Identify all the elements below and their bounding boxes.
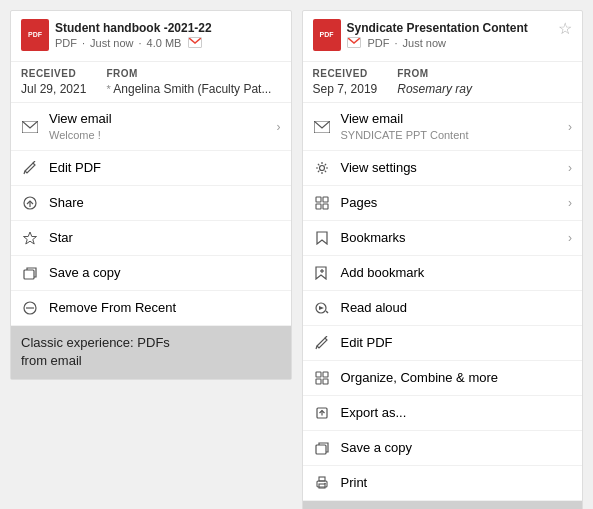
right-menu: View emailSYNDICATE PPT Content›View set… <box>303 103 583 501</box>
menu-item-text: Save a copy <box>341 440 573 457</box>
menu-item-icon <box>21 159 39 177</box>
menu-item-icon <box>313 439 331 457</box>
menu-item-sublabel: SYNDICATE PPT Content <box>341 128 559 142</box>
menu-item-icon <box>21 299 39 317</box>
menu-item-text: View settings <box>341 160 559 177</box>
left-file-title-row: PDF Student handbook -2021-22 PDF · Just… <box>21 19 281 51</box>
svg-line-21 <box>316 346 317 349</box>
menu-item-label: Edit PDF <box>341 335 393 350</box>
svg-rect-13 <box>316 197 321 202</box>
svg-line-3 <box>33 161 35 163</box>
menu-item-label: Share <box>49 195 84 210</box>
left-received-block: RECEIVED Jul 29, 2021 <box>21 68 86 96</box>
from-label-right: FROM <box>397 68 472 79</box>
chevron-right-icon: › <box>568 120 572 134</box>
star-button-right[interactable]: ☆ <box>558 19 572 38</box>
menu-item-text: Edit PDF <box>49 160 281 177</box>
menu-item-text: Print <box>341 475 573 492</box>
menu-item-text: Bookmarks <box>341 230 559 247</box>
chevron-right-icon: › <box>568 196 572 210</box>
menu-item-icon <box>313 334 331 352</box>
received-date-left: Jul 29, 2021 <box>21 82 86 96</box>
right-header: PDF Syndicate Presentation Content PDF · <box>303 11 583 62</box>
svg-rect-31 <box>319 477 325 481</box>
menu-item-label: Organize, Combine & more <box>341 370 499 385</box>
menu-item[interactable]: Edit PDF <box>303 326 583 361</box>
menu-item-label: Edit PDF <box>49 160 101 175</box>
menu-item-text: Pages <box>341 195 559 212</box>
menu-item-label: Save a copy <box>341 440 413 455</box>
gmail-icon-left <box>188 37 202 48</box>
menu-item-text: Remove From Recent <box>49 300 281 317</box>
menu-item-icon <box>21 229 39 247</box>
received-label-left: RECEIVED <box>21 68 86 79</box>
right-from-block: FROM Rosemary ray <box>397 68 472 96</box>
menu-item-text: View emailWelcome ! <box>49 111 267 142</box>
chevron-right-icon: › <box>568 161 572 175</box>
menu-item-icon <box>313 229 331 247</box>
menu-item-icon <box>21 264 39 282</box>
menu-item-icon <box>313 159 331 177</box>
menu-item[interactable]: View emailWelcome !› <box>11 103 291 151</box>
menu-item[interactable]: Read aloud <box>303 291 583 326</box>
menu-item-icon <box>21 118 39 136</box>
menu-item[interactable]: Pages› <box>303 186 583 221</box>
svg-rect-14 <box>323 197 328 202</box>
menu-item-label: Add bookmark <box>341 265 425 280</box>
menu-item[interactable]: Remove From Recent <box>11 291 291 326</box>
menu-item-label: Pages <box>341 195 378 210</box>
menu-item-icon <box>313 118 331 136</box>
menu-item-label: View email <box>341 111 404 126</box>
menu-item[interactable]: Export as... <box>303 396 583 431</box>
svg-rect-7 <box>24 270 34 279</box>
menu-item-icon <box>313 474 331 492</box>
menu-item[interactable]: Organize, Combine & more <box>303 361 583 396</box>
right-file-title: Syndicate Presentation Content <box>347 21 528 37</box>
menu-item[interactable]: View settings› <box>303 151 583 186</box>
menu-item-icon <box>313 369 331 387</box>
from-name-right: Rosemary ray <box>397 82 472 96</box>
menu-item[interactable]: Edit PDF <box>11 151 291 186</box>
menu-item-text: Share <box>49 195 281 212</box>
svg-rect-26 <box>323 379 328 384</box>
menu-item[interactable]: Add bookmark <box>303 256 583 291</box>
svg-point-33 <box>324 483 326 485</box>
svg-rect-23 <box>316 372 321 377</box>
from-name-left: * Angelina Smith (Faculty Pat... <box>106 82 271 96</box>
svg-point-12 <box>319 166 324 171</box>
menu-item-icon <box>313 194 331 212</box>
menu-item[interactable]: View emailSYNDICATE PPT Content› <box>303 103 583 151</box>
right-file-info: Syndicate Presentation Content PDF · Jus… <box>347 21 528 49</box>
menu-item-text: View emailSYNDICATE PPT Content <box>341 111 559 142</box>
menu-item[interactable]: Save a copy <box>11 256 291 291</box>
received-label-right: RECEIVED <box>313 68 378 79</box>
right-caption: New experience: PDFs from email <box>303 501 583 509</box>
menu-item-text: Read aloud <box>341 300 573 317</box>
left-file-info: Student handbook -2021-22 PDF · Just now… <box>55 21 281 49</box>
menu-item-text: Add bookmark <box>341 265 573 282</box>
right-file-type: PDF <box>368 37 390 49</box>
menu-item-text: Organize, Combine & more <box>341 370 573 387</box>
menu-item-label: Export as... <box>341 405 407 420</box>
svg-marker-6 <box>24 232 37 244</box>
menu-item-icon <box>313 264 331 282</box>
svg-marker-20 <box>319 306 324 310</box>
left-panel: PDF Student handbook -2021-22 PDF · Just… <box>10 10 292 380</box>
left-header: PDF Student handbook -2021-22 PDF · Just… <box>11 11 291 62</box>
menu-item[interactable]: Bookmarks› <box>303 221 583 256</box>
menu-item[interactable]: Share <box>11 186 291 221</box>
left-received-from: RECEIVED Jul 29, 2021 FROM * Angelina Sm… <box>11 62 291 103</box>
menu-item[interactable]: Print <box>303 466 583 501</box>
from-label-left: FROM <box>106 68 271 79</box>
right-file-title-row: PDF Syndicate Presentation Content PDF · <box>313 19 573 51</box>
chevron-right-icon: › <box>277 120 281 134</box>
pdf-icon-left: PDF <box>21 19 49 51</box>
menu-item[interactable]: Star <box>11 221 291 256</box>
menu-item-label: Read aloud <box>341 300 408 315</box>
menu-item-icon <box>313 299 331 317</box>
menu-item-label: Save a copy <box>49 265 121 280</box>
svg-rect-15 <box>316 204 321 209</box>
svg-rect-29 <box>316 445 326 454</box>
menu-item[interactable]: Save a copy <box>303 431 583 466</box>
menu-item-text: Export as... <box>341 405 573 422</box>
